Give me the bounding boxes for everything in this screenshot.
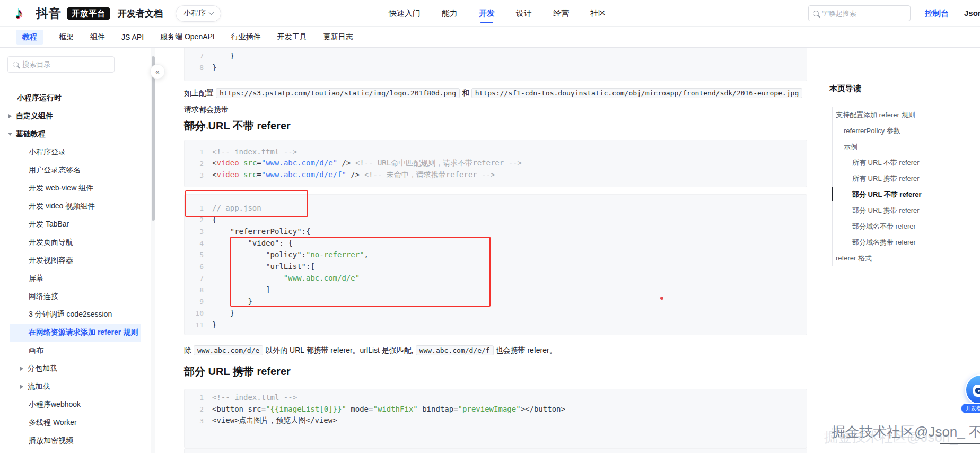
toc-item[interactable]: 部分域名携带 referer (825, 234, 980, 250)
code-line: 1<!-- index.ttml --> (185, 391, 807, 403)
page-toc: 本页导读 支持配置添加 referer 规则referrerPolicy 参数示… (825, 0, 980, 453)
tree-arrow-icon[interactable] (8, 114, 12, 118)
platform-select[interactable]: 小程序 (176, 5, 221, 22)
sidebar-search-input[interactable] (22, 60, 102, 68)
sidebar-item[interactable]: 开发页面导航 (10, 233, 141, 251)
nav-item[interactable]: 能力 (441, 1, 459, 26)
line-number: 10 (185, 309, 204, 317)
line-number: 8 (185, 64, 204, 72)
chevron-down-icon (209, 10, 214, 15)
sidebar-item[interactable]: 3 分钟调通 code2session (10, 306, 141, 324)
platform-select-value: 小程序 (183, 8, 206, 18)
sidebar-collapse-button[interactable]: « (150, 64, 165, 79)
user-name[interactable]: Jsonl (964, 8, 980, 18)
sidebar-item[interactable]: 开发 video 视频组件 (10, 197, 141, 215)
sidebar-search[interactable] (7, 56, 115, 73)
console-link[interactable]: 控制台 (925, 8, 949, 19)
toc-title: 本页导读 (829, 84, 861, 94)
tree-arrow-icon[interactable] (20, 367, 23, 371)
sidebar-item-label: 开发页面导航 (29, 238, 73, 247)
sidebar-item[interactable]: 开发 TabBar (10, 215, 141, 233)
nav-item[interactable]: 经营 (552, 1, 570, 26)
sidebar-item-active[interactable]: 在网络资源请求添加 referer 规则 (10, 324, 141, 342)
line-number: 3 (185, 228, 204, 236)
sidebar-item-label: 用户登录态签名 (29, 165, 81, 175)
line-number: 2 (185, 160, 204, 168)
nav-item[interactable]: 设计 (515, 1, 533, 26)
subnav-item[interactable]: 行业插件 (230, 30, 262, 45)
tree-arrow-icon[interactable] (20, 385, 23, 389)
subnav-item[interactable]: 更新日志 (322, 30, 354, 45)
product-title: 开发者文档 (118, 7, 163, 20)
sidebar-group-label: 自定义组件 (16, 111, 53, 121)
toc-item[interactable]: 部分 URL 携带 referer (825, 203, 980, 219)
code-block-appjson-wrapper: 1// app.json2{3 "referrerPolicy":{4 "vid… (184, 194, 807, 335)
sidebar-item[interactable]: 播放加密视频 (10, 432, 141, 450)
sidebar-item-label: 小程序webhook (29, 400, 81, 410)
code-line: 11} (185, 319, 807, 330)
code-line: 3<view>点击图片，预览大图</view> (185, 415, 807, 426)
sidebar-item-label: 开发 video 视频组件 (29, 202, 95, 211)
sidebar-item[interactable]: 画布 (10, 342, 141, 360)
subnav-item[interactable]: 教程 (16, 30, 43, 45)
code-text: } (212, 320, 216, 329)
sidebar-group[interactable]: 基础教程 (0, 125, 143, 143)
subnav-item[interactable]: 组件 (89, 30, 106, 45)
toc-item[interactable]: 所有 URL 不带 referer (825, 155, 980, 171)
line-number: 3 (185, 171, 204, 179)
code-line: 2<button src="{{imageList[0]}}" mode="wi… (185, 403, 807, 415)
line-number: 6 (185, 263, 204, 271)
subnav-item[interactable]: 开发工具 (276, 30, 308, 45)
code-text: } (212, 51, 234, 60)
sidebar-item[interactable]: 网络连接 (10, 288, 141, 306)
sidebar-item[interactable]: 流加载 (10, 378, 141, 396)
sidebar-item[interactable]: 屏幕 (10, 269, 141, 288)
toc-item[interactable]: 示例 (825, 139, 980, 155)
toc-item[interactable]: 支持配置添加 referer 规则 (825, 107, 980, 123)
sidebar-item-label: 3 分钟调通 code2session (29, 310, 112, 319)
sidebar-item-label: 屏幕 (29, 274, 43, 283)
sidebar-scrollbar-thumb[interactable] (152, 56, 155, 221)
code-line: 1<!-- index.ttml --> (185, 146, 807, 158)
line-number: 1 (185, 148, 204, 156)
douyin-logo-icon: ♪♪♪ (15, 4, 31, 22)
line-number: 3 (185, 417, 204, 425)
code-text: } (212, 309, 234, 317)
code-text: <!-- index.ttml --> (212, 147, 297, 156)
toc-item[interactable]: referrerPolicy 参数 (825, 123, 980, 139)
line-number: 11 (185, 321, 204, 329)
toc-item[interactable]: 部分域名不带 referer (825, 219, 980, 234)
toc-item[interactable]: 所有 URL 携带 referer (825, 171, 980, 187)
sidebar-item[interactable]: 分包加载 (10, 360, 141, 378)
code-line: 10 } (185, 307, 807, 319)
sidebar-item[interactable]: 用户登录态签名 (10, 161, 141, 179)
line-number: 2 (185, 405, 204, 413)
brand-name: 抖音 (36, 5, 62, 22)
toc-item-active[interactable]: 部分 URL 不带 referer (825, 187, 980, 203)
toc-list: 支持配置添加 referer 规则referrerPolicy 参数示例所有 U… (825, 107, 980, 266)
sidebar-item[interactable]: 小程序webhook (10, 396, 141, 414)
nav-item[interactable]: 社区 (589, 1, 607, 26)
text-run: 除 (184, 346, 194, 354)
nav-item[interactable]: 快速入门 (388, 1, 422, 26)
line-number: 7 (185, 274, 204, 282)
global-search[interactable] (808, 5, 911, 21)
sidebar-item[interactable]: 开发视图容器 (10, 251, 141, 269)
sidebar-item[interactable]: 开发 web-view 组件 (10, 179, 141, 197)
nav-item[interactable]: 开发 (478, 1, 496, 26)
sidebar-group[interactable]: 小程序运行时 (0, 89, 143, 107)
subnav-item[interactable]: JS API (120, 30, 145, 44)
sidebar-item[interactable]: 多线程 Worker (10, 414, 141, 432)
subnav-item[interactable]: 框架 (58, 30, 75, 45)
tree-arrow-icon[interactable] (8, 133, 12, 136)
text-run: 如上配置 (184, 89, 216, 97)
sidebar-item[interactable]: 小程序登录 (10, 143, 141, 161)
sidebar-group[interactable]: 自定义组件 (0, 107, 143, 125)
sidebar-item-label: 分包加载 (28, 364, 57, 373)
line-number: 8 (185, 286, 204, 294)
subnav-item[interactable]: 服务端 OpenAPI (159, 30, 216, 45)
code-text: <video src="www.abc.com/d/e" /> <!-- URL… (212, 159, 522, 168)
global-search-input[interactable] (822, 10, 896, 18)
code-line: 8} (185, 62, 807, 73)
toc-item[interactable]: referer 格式 (825, 250, 980, 266)
